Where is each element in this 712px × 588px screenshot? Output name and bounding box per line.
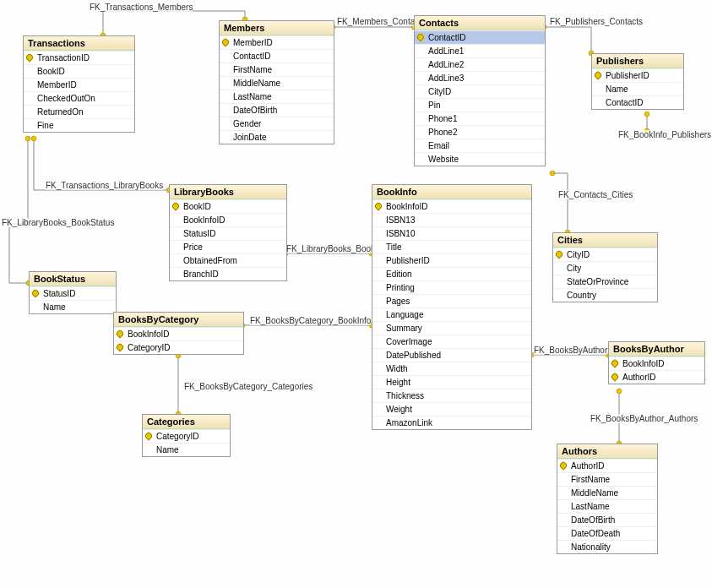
column-checkedouton[interactable]: CheckedOutOn [24,91,134,105]
column-contactid[interactable]: ContactID [592,95,683,109]
column-statusid[interactable]: StatusID [30,286,116,300]
column-publisherid[interactable]: PublisherID [592,68,683,82]
entity-contacts[interactable]: ContactsContactIDAddLine1AddLine2AddLine… [414,15,546,166]
column-obtainedfrom[interactable]: ObtainedFrom [170,253,286,267]
entity-authors[interactable]: AuthorsAuthorIDFirstNameMiddleNameLastNa… [557,444,658,554]
column-nationality[interactable]: Nationality [557,540,657,553]
column-cityid[interactable]: CityID [553,248,657,261]
entity-bookinfo[interactable]: BookInfoBookInfoIDISBN13ISBN10TitlePubli… [372,184,532,430]
column-memberid[interactable]: MemberID [220,35,334,49]
entity-categories[interactable]: CategoriesCategoryIDName [142,414,231,457]
column-price[interactable]: Price [170,240,286,253]
column-isbn10[interactable]: ISBN10 [372,226,531,240]
column-addline2[interactable]: AddLine2 [415,57,545,71]
column-fine[interactable]: Fine [24,118,134,132]
column-bookid[interactable]: BookID [24,64,134,78]
column-bookinfoid[interactable]: BookInfoID [170,213,286,226]
entity-header[interactable]: LibraryBooks [170,185,286,199]
svg-point-14 [550,171,555,176]
column-name[interactable]: Name [30,300,116,313]
column-firstname[interactable]: FirstName [557,472,657,486]
fk-label: FK_Members_Contacts [337,17,426,26]
column-name[interactable]: Name [592,82,683,95]
column-summary[interactable]: Summary [372,321,531,335]
column-addline3[interactable]: AddLine3 [415,71,545,84]
column-height[interactable]: Height [372,375,531,389]
column-middlename[interactable]: MiddleName [557,486,657,499]
column-branchid[interactable]: BranchID [170,267,286,280]
column-dateofbirth[interactable]: DateOfBirth [220,103,334,117]
column-city[interactable]: City [553,261,657,275]
column-bookinfoid[interactable]: BookInfoID [609,357,704,370]
column-bookid[interactable]: BookID [170,199,286,213]
entity-header[interactable]: Transactions [24,36,134,51]
entity-transactions[interactable]: TransactionsTransactionIDBookIDMemberIDC… [23,35,135,133]
entity-header[interactable]: BookInfo [372,185,531,199]
entity-header[interactable]: Cities [553,233,657,248]
column-publisherid[interactable]: PublisherID [372,253,531,267]
column-bookinfoid[interactable]: BookInfoID [114,327,243,340]
column-joindate[interactable]: JoinDate [220,130,334,144]
entity-cities[interactable]: CitiesCityIDCityStateOrProvinceCountry [552,232,658,302]
column-middlename[interactable]: MiddleName [220,76,334,90]
column-datepublished[interactable]: DatePublished [372,348,531,362]
column-title[interactable]: Title [372,240,531,253]
column-authorid[interactable]: AuthorID [609,370,704,384]
column-width[interactable]: Width [372,362,531,375]
column-amazonlink[interactable]: AmazonLink [372,416,531,429]
column-phone1[interactable]: Phone1 [415,112,545,125]
entity-publishers[interactable]: PublishersPublisherIDNameContactID [591,53,684,110]
column-website[interactable]: Website [415,152,545,166]
entity-header[interactable]: BooksByAuthor [609,342,704,357]
column-name[interactable]: Name [143,443,230,456]
column-transactionid[interactable]: TransactionID [24,51,134,64]
column-lastname[interactable]: LastName [557,499,657,513]
column-edition[interactable]: Edition [372,267,531,280]
entity-header[interactable]: Categories [143,415,230,429]
column-dateofdeath[interactable]: DateOfDeath [557,526,657,540]
entity-members[interactable]: MembersMemberIDContactIDFirstNameMiddleN… [219,20,334,144]
column-stateorprovince[interactable]: StateOrProvince [553,275,657,288]
column-statusid[interactable]: StatusID [170,226,286,240]
entity-header[interactable]: BooksByCategory [114,313,243,327]
entity-header[interactable]: Publishers [592,54,683,68]
column-language[interactable]: Language [372,308,531,321]
fk-label: FK_Transactions_Members [90,3,193,12]
column-returnedon[interactable]: ReturnedOn [24,105,134,118]
column-categoryid[interactable]: CategoryID [143,429,230,443]
column-memberid[interactable]: MemberID [24,78,134,91]
column-phone2[interactable]: Phone2 [415,125,545,139]
fk-label: FK_BookInfo_Publishers [618,130,711,139]
entity-booksbyauthor[interactable]: BooksByAuthorBookInfoIDAuthorID [608,341,705,384]
entity-header[interactable]: Contacts [415,16,545,30]
entity-librarybooks[interactable]: LibraryBooksBookIDBookInfoIDStatusIDPric… [169,184,287,281]
entity-header[interactable]: Authors [557,444,657,459]
column-categoryid[interactable]: CategoryID [114,340,243,354]
column-weight[interactable]: Weight [372,402,531,416]
column-dateofbirth[interactable]: DateOfBirth [557,513,657,526]
fk-label: FK_BooksByCategory_BookInfo [250,316,371,325]
column-thickness[interactable]: Thickness [372,389,531,402]
column-bookinfoid[interactable]: BookInfoID [372,199,531,213]
fk-label: FK_Publishers_Contacts [550,17,643,26]
column-firstname[interactable]: FirstName [220,63,334,76]
svg-point-6 [644,112,649,117]
column-authorid[interactable]: AuthorID [557,459,657,472]
column-contactid[interactable]: ContactID [415,30,545,44]
column-country[interactable]: Country [553,288,657,302]
column-coverimage[interactable]: CoverImage [372,335,531,348]
column-printing[interactable]: Printing [372,280,531,294]
column-pages[interactable]: Pages [372,294,531,308]
column-contactid[interactable]: ContactID [220,49,334,63]
entity-bookstatus[interactable]: BookStatusStatusIDName [29,271,117,314]
column-gender[interactable]: Gender [220,117,334,130]
entity-header[interactable]: BookStatus [30,272,116,286]
column-isbn13[interactable]: ISBN13 [372,213,531,226]
column-addline1[interactable]: AddLine1 [415,44,545,57]
entity-booksbycategory[interactable]: BooksByCategoryBookInfoIDCategoryID [113,312,244,355]
column-email[interactable]: Email [415,139,545,152]
column-pin[interactable]: Pin [415,98,545,112]
column-cityid[interactable]: CityID [415,84,545,98]
column-lastname[interactable]: LastName [220,90,334,103]
entity-header[interactable]: Members [220,21,334,35]
